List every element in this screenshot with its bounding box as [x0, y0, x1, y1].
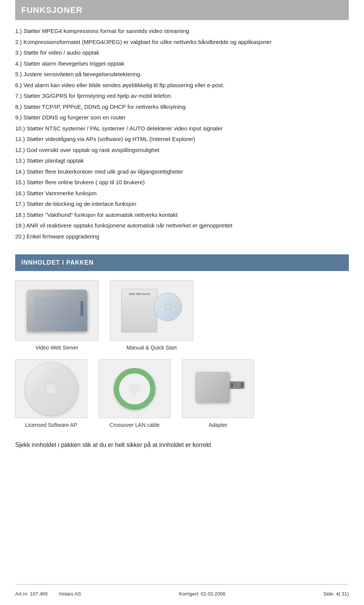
package-item-vws: Video Web Server	[15, 280, 99, 352]
disc-label: Licensed Software AP	[25, 421, 77, 429]
feature-item-10: 10.) Støtter NTSC systemer / PAL systeme…	[15, 124, 349, 133]
feature-item-20: 20.) Enkel firmware oppgradering	[15, 232, 349, 241]
footer-company: Holars AS	[59, 590, 81, 598]
package-row-1: Video Web Server Manual & Quick Start	[15, 280, 349, 352]
package-item-disc: Licensed Software AP	[15, 359, 87, 429]
feature-item-19: 19.) ANR vil reaktivere opptaks funksjon…	[15, 221, 349, 230]
page: FUNKSJONER 1.) Støtter MPEG4 kompression…	[0, 0, 364, 605]
vws-label: Video Web Server	[35, 344, 78, 352]
feature-item-18: 18.) Støtter "Vakthund" funksjon for aut…	[15, 211, 349, 219]
cable-coil-illustration	[114, 368, 155, 410]
footer-corrected: Korrigert: 02.03.2006	[179, 590, 225, 598]
feature-item-9: 9.) Støtter DDNS og fungerer som en rout…	[15, 113, 349, 122]
vws-device-illustration	[27, 290, 87, 331]
manual-image-box	[110, 280, 193, 341]
package-title: INNHOLDET I PAKKEN	[21, 258, 343, 267]
features-list: 1.) Støtter MPEG4 kompressions format fo…	[15, 27, 349, 251]
vws-image-box	[15, 280, 99, 341]
footer-left: Art.nr: 107.465 Holars AS	[15, 590, 81, 598]
feature-item-15: 15.) Støtter flere online brukere ( opp …	[15, 178, 349, 187]
feature-item-12: 12.) God oversikt over opptak og rask av…	[15, 146, 349, 155]
package-item-manual: Manual & Quick Start	[110, 280, 193, 352]
manual-device-illustration	[121, 289, 182, 332]
feature-item-11: 11.) Støtter videotilgang via APs (softw…	[15, 135, 349, 144]
cable-image-box	[99, 359, 171, 418]
features-title: FUNKSJONER	[21, 4, 343, 16]
adapter-label: Adapter	[209, 421, 227, 429]
feature-item-17: 17.) Støtter de-blocking og de-interlace…	[15, 200, 349, 208]
disc-image-box	[15, 359, 87, 418]
feature-item-13: 13.) Støtter planlagt opptak	[15, 157, 349, 165]
page-footer: Art.nr: 107.465 Holars AS Korrigert: 02.…	[15, 584, 349, 598]
feature-item-7: 7.) Støtter 3G/GPRS for fjernstyring ved…	[15, 92, 349, 100]
manual-book-illustration	[121, 289, 157, 332]
adapter-plug-illustration	[229, 381, 245, 389]
feature-item-16: 16.) Støtter Vannmerke funksjon	[15, 189, 349, 198]
feature-item-4: 4.) Støtter alarm /bevegelses trigget op…	[15, 60, 349, 68]
adapter-image-box	[182, 359, 254, 418]
feature-item-3: 3.) Støtte for video / audio opptak	[15, 49, 349, 57]
footer-art-nr: Art.nr: 107.465	[15, 590, 48, 598]
feature-item-14: 14.) Støtter flere brukerkontoer med uli…	[15, 168, 349, 176]
feature-item-5: 5.) Justere sensiviteten på bevegelsesde…	[15, 70, 349, 79]
package-item-cable: Crossover LAN cable	[99, 359, 171, 429]
cable-label: Crossover LAN cable	[110, 421, 160, 429]
feature-item-2: 2.) Kompressionsformatet (MPEG4/JPEG) er…	[15, 38, 349, 47]
manual-label: Manual & Quick Start	[127, 344, 177, 352]
check-text: Sjekk innholdet i pakken slik at du er h…	[15, 440, 349, 450]
footer-page: Side: 4( 31)	[323, 590, 349, 598]
feature-item-8: 8.) Støtter TCP/IP, PPPoE, DDNS og DHCP …	[15, 103, 349, 111]
package-section-header: INNHOLDET I PAKKEN	[15, 254, 349, 271]
package-grid: Video Web Server Manual & Quick Start Li…	[15, 280, 349, 429]
manual-cd-illustration	[154, 293, 182, 321]
package-row-2: Licensed Software AP Crossover LAN cable	[15, 359, 349, 429]
cable-device-illustration	[110, 364, 159, 414]
package-item-adapter: Adapter	[182, 359, 254, 429]
feature-item-1: 1.) Støtter MPEG4 kompressions format fo…	[15, 27, 349, 36]
features-section-header: FUNKSJONER	[15, 0, 349, 20]
adapter-body-illustration	[195, 372, 229, 402]
feature-item-6: 6.) Ved alarm kan video eller bilde send…	[15, 81, 349, 90]
adapter-device-illustration	[191, 366, 245, 412]
disc-device-illustration	[25, 362, 78, 415]
